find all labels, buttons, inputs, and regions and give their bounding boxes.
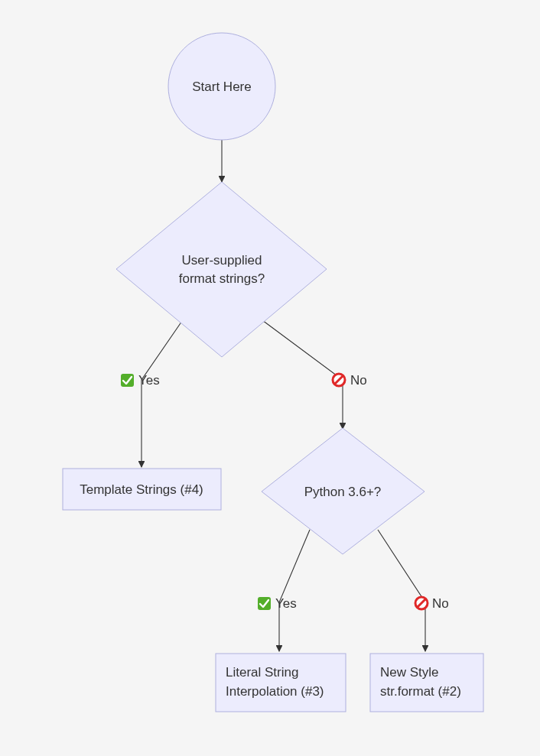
node-r1-template-strings: Template Strings (#4): [63, 469, 221, 510]
svg-text:Start Here: Start Here: [192, 79, 251, 94]
svg-text:Python 3.6+?: Python 3.6+?: [304, 485, 382, 499]
node-start: Start Here: [168, 33, 275, 140]
svg-marker-8: [116, 182, 327, 357]
no-icon: [333, 374, 345, 386]
svg-rect-18: [370, 654, 483, 712]
svg-text:Interpolation (#3): Interpolation (#3): [226, 684, 324, 699]
svg-rect-15: [216, 654, 346, 712]
node-q1-user-supplied: User-supplied format strings?: [116, 182, 327, 357]
svg-text:Literal String: Literal String: [226, 665, 298, 680]
node-q2-python36: Python 3.6+?: [262, 428, 425, 554]
no-icon: [415, 597, 428, 609]
svg-text:New Style: New Style: [380, 665, 439, 680]
edge-label-no-2: No: [432, 596, 449, 611]
edge-label-yes-2: Yes: [275, 596, 297, 611]
node-r2-literal-string: Literal String Interpolation (#3): [216, 654, 346, 712]
svg-text:format strings?: format strings?: [179, 271, 265, 286]
node-r3-new-style: New Style str.format (#2): [370, 654, 483, 712]
edge-q2-r3: [378, 530, 425, 651]
edge-q1-r1: [142, 319, 184, 467]
svg-text:Template Strings (#4): Template Strings (#4): [80, 482, 203, 497]
edge-label-yes-1: Yes: [138, 373, 160, 388]
edge-q2-r2: [279, 530, 310, 651]
yes-icon: [121, 374, 134, 387]
svg-text:str.format (#2): str.format (#2): [380, 684, 461, 699]
edge-label-no-1: No: [350, 373, 367, 388]
flowchart: Yes No Yes No Start Here User-supplied f…: [0, 0, 540, 756]
edge-q1-q2: [259, 318, 343, 429]
yes-icon: [258, 597, 271, 610]
svg-text:User-supplied: User-supplied: [182, 253, 262, 268]
